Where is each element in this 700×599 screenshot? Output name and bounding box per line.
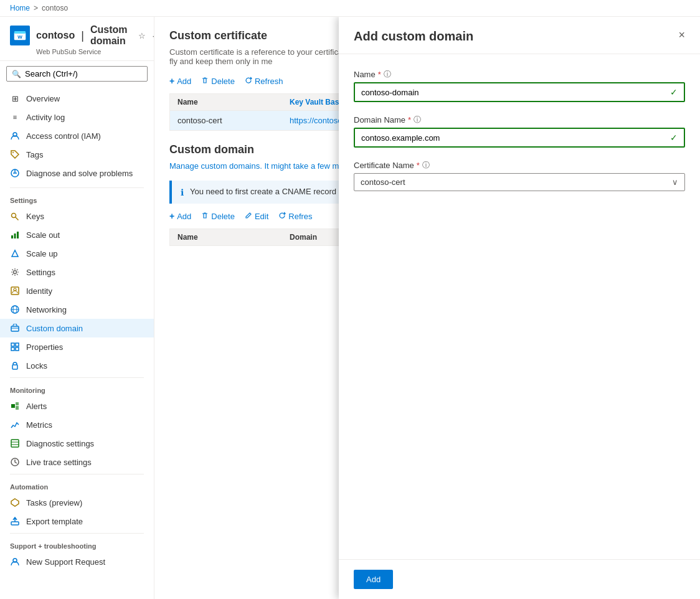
- sidebar-label-alerts: Alerts: [26, 402, 47, 411]
- sidebar-label-tasks: Tasks (preview): [26, 498, 82, 507]
- domain-edit-icon: [245, 212, 252, 221]
- svg-marker-29: [11, 499, 19, 506]
- svg-rect-17: [11, 343, 14, 346]
- sidebar-item-overview[interactable]: ⊞ Overview: [0, 89, 154, 108]
- locks-icon: [10, 361, 20, 370]
- svg-rect-18: [16, 343, 19, 346]
- overview-icon: ⊞: [10, 93, 20, 103]
- svg-rect-16: [11, 326, 19, 331]
- resource-name: contoso: [36, 30, 75, 41]
- domain-name-check-icon: ✓: [670, 133, 678, 143]
- breadcrumb-home[interactable]: Home: [10, 4, 30, 12]
- settings-section-title: Settings: [0, 191, 154, 207]
- sidebar-item-metrics[interactable]: Metrics: [0, 415, 154, 434]
- sidebar-label-scale-out: Scale out: [26, 230, 60, 240]
- domain-delete-button[interactable]: Delete: [201, 212, 235, 221]
- sidebar-item-diagnose[interactable]: Diagnose and solve problems: [0, 164, 154, 182]
- panel-header: Add custom domain ×: [339, 17, 700, 54]
- domain-add-button[interactable]: + Add: [169, 211, 191, 221]
- sidebar: W contoso | Custom domain ☆ ··· Web PubS…: [0, 17, 154, 599]
- sidebar-item-export[interactable]: Export template: [0, 512, 154, 531]
- svg-rect-8: [14, 233, 16, 238]
- sidebar-item-iam[interactable]: Access control (IAM): [0, 126, 154, 145]
- sidebar-item-settings[interactable]: Settings: [0, 263, 154, 281]
- panel-close-button[interactable]: ×: [678, 29, 685, 40]
- sidebar-label-export: Export template: [26, 517, 83, 526]
- domain-name-input[interactable]: [361, 133, 670, 143]
- search-box[interactable]: 🔍: [6, 66, 148, 82]
- domain-edit-button[interactable]: Edit: [245, 212, 268, 221]
- svg-rect-22: [11, 404, 15, 408]
- sidebar-label-custom-domain: Custom domain: [26, 324, 83, 333]
- svg-rect-7: [11, 235, 13, 238]
- sidebar-item-diagnostic[interactable]: Diagnostic settings: [0, 434, 154, 453]
- sidebar-item-activity-log[interactable]: ≡ Activity log: [0, 108, 154, 126]
- sidebar-item-live-trace[interactable]: Live trace settings: [0, 453, 154, 471]
- cert-name-field: Certificate Name * ⓘ contoso-cert ∨: [354, 160, 685, 191]
- domain-name-field: Domain Name * ⓘ ✓: [354, 115, 685, 148]
- nav-main: ⊞ Overview ≡ Activity log Access control…: [0, 87, 154, 185]
- sidebar-item-tasks[interactable]: Tasks (preview): [0, 493, 154, 512]
- sidebar-label-new-support: New Support Request: [26, 557, 105, 567]
- sidebar-item-identity[interactable]: Identity: [0, 281, 154, 300]
- svg-rect-23: [16, 402, 19, 405]
- breadcrumb: Home > contoso: [0, 0, 700, 17]
- tags-icon: [10, 149, 20, 159]
- sidebar-item-new-support[interactable]: New Support Request: [0, 552, 154, 571]
- sidebar-item-keys[interactable]: Keys: [0, 207, 154, 225]
- domain-add-icon: +: [169, 211, 174, 221]
- automation-section-title: Automation: [0, 477, 154, 493]
- cert-delete-button[interactable]: Delete: [201, 77, 235, 86]
- add-icon: +: [169, 76, 174, 86]
- cert-name-select[interactable]: contoso-cert ∨: [354, 173, 685, 191]
- sidebar-item-alerts[interactable]: Alerts: [0, 397, 154, 415]
- search-input[interactable]: [25, 69, 142, 78]
- sidebar-label-overview: Overview: [26, 94, 60, 103]
- panel-footer: Add: [339, 559, 700, 599]
- name-info-icon[interactable]: ⓘ: [384, 69, 391, 80]
- sidebar-item-properties[interactable]: Properties: [0, 337, 154, 356]
- diagnostic-icon: [10, 438, 20, 448]
- alerts-icon: [10, 401, 20, 411]
- sidebar-item-scale-up[interactable]: Scale up: [0, 244, 154, 263]
- cert-add-button[interactable]: + Add: [169, 76, 191, 86]
- panel-add-button[interactable]: Add: [354, 570, 393, 589]
- cert-name-info-icon[interactable]: ⓘ: [422, 160, 430, 171]
- sidebar-item-locks[interactable]: Locks: [0, 356, 154, 375]
- name-input-wrapper: ✓: [354, 82, 685, 102]
- sidebar-item-custom-domain[interactable]: Custom domain: [0, 319, 154, 337]
- chevron-down-icon: ∨: [672, 177, 678, 187]
- name-input[interactable]: [361, 88, 670, 97]
- domain-refresh-button[interactable]: Refres: [278, 212, 312, 221]
- service-icon: W: [10, 26, 30, 45]
- sidebar-label-diagnose: Diagnose and solve problems: [26, 169, 133, 178]
- search-icon: 🔍: [12, 70, 21, 78]
- settings-icon: [10, 267, 20, 277]
- sidebar-item-scale-out[interactable]: Scale out: [0, 225, 154, 244]
- cert-name-select-value: contoso-cert: [361, 177, 672, 187]
- activity-log-icon: ≡: [10, 112, 20, 122]
- iam-icon: [10, 131, 20, 141]
- domain-name-info-icon[interactable]: ⓘ: [414, 115, 421, 125]
- favorite-icon[interactable]: ☆: [138, 31, 146, 40]
- svg-point-4: [12, 152, 14, 153]
- cert-col-name: Name: [177, 98, 290, 106]
- sidebar-label-scale-up: Scale up: [26, 249, 58, 258]
- breadcrumb-resource: contoso: [42, 4, 68, 12]
- name-label: Name * ⓘ: [354, 69, 685, 80]
- sidebar-item-tags[interactable]: Tags: [0, 145, 154, 164]
- support-section-title: Support + troubleshooting: [0, 536, 154, 552]
- svg-rect-20: [16, 347, 19, 351]
- domain-name-input-wrapper: ✓: [354, 128, 685, 148]
- sidebar-label-tags: Tags: [26, 150, 43, 159]
- sidebar-label-properties: Properties: [26, 342, 63, 352]
- sidebar-label-diagnostic: Diagnostic settings: [26, 439, 94, 448]
- name-field: Name * ⓘ ✓: [354, 69, 685, 102]
- delete-icon: [201, 77, 209, 86]
- name-check-icon: ✓: [670, 87, 678, 97]
- sidebar-label-live-trace: Live trace settings: [26, 458, 92, 467]
- sidebar-item-networking[interactable]: Networking: [0, 300, 154, 319]
- svg-point-12: [14, 288, 16, 291]
- sidebar-label-metrics: Metrics: [26, 420, 52, 430]
- cert-refresh-button[interactable]: Refresh: [245, 77, 283, 86]
